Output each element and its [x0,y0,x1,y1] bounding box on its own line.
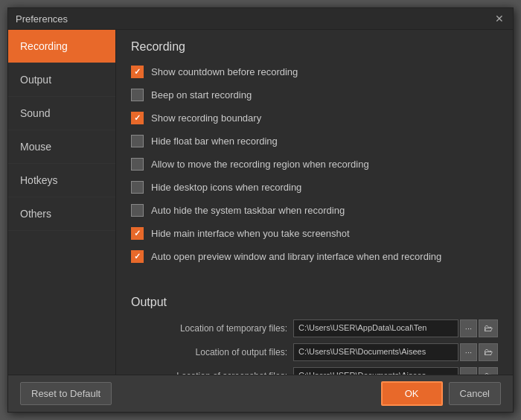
screenshot-folder-button[interactable]: 🗁 [479,367,498,375]
label-taskbar: Auto hide the system taskbar when record… [151,205,345,216]
temp-folder-button[interactable]: 🗁 [479,319,498,337]
checkbox-taskbar[interactable] [131,204,144,217]
file-row-temp: Location of temporary files: C:\Users\US… [131,319,498,337]
label-output-files: Location of output files: [131,347,287,357]
sidebar-item-sound[interactable]: Sound [8,97,115,130]
output-file-path[interactable]: C:\Users\USER\Documents\Aisees [293,343,458,361]
checkbox-desktopicons[interactable] [131,181,144,194]
option-boundary: Show recording boundary [131,110,498,126]
temp-file-input-group: C:\Users\USER\AppData\Local\Ten ··· 🗁 [293,319,498,337]
checkbox-boundary[interactable] [131,112,144,124]
sidebar-item-others[interactable]: Others [8,197,115,231]
output-dots-button[interactable]: ··· [460,343,477,361]
output-folder-button[interactable]: 🗁 [479,343,498,361]
option-floatbar: Hide float bar when recording [131,133,498,149]
label-floatbar: Hide float bar when recording [151,136,278,147]
dialog-body: Recording Output Sound Mouse Hotkeys Oth… [8,30,513,375]
dialog-footer: Reset to Default OK Cancel [8,375,513,412]
output-file-input-group: C:\Users\USER\Documents\Aisees ··· 🗁 [293,343,498,361]
title-bar: Preferences ✕ [8,8,513,30]
label-countdown: Show countdown before recording [151,66,298,77]
temp-file-path[interactable]: C:\Users\USER\AppData\Local\Ten [293,319,458,337]
label-preview: Auto open preview window and library int… [151,251,441,262]
preferences-dialog: Preferences ✕ Recording Output Sound Mou… [7,7,514,413]
label-beep: Beep on start recording [151,89,252,101]
option-mainiface: Hide main interface when you take screen… [131,226,498,241]
label-temp-files: Location of temporary files: [131,323,287,334]
footer-right: OK Cancel [381,381,501,406]
sidebar-item-mouse[interactable]: Mouse [8,130,115,164]
label-moveregion: Allow to move the recording region when … [151,159,369,170]
screenshot-dots-button[interactable]: ··· [460,367,477,375]
sidebar-item-hotkeys[interactable]: Hotkeys [8,164,115,197]
option-taskbar: Auto hide the system taskbar when record… [131,203,498,218]
option-moveregion: Allow to move the recording region when … [131,156,498,172]
recording-section: Recording Show countdown before recordin… [116,30,513,279]
checkbox-floatbar[interactable] [131,135,144,147]
output-section: Output Location of temporary files: C:\U… [116,288,513,375]
checkbox-moveregion[interactable] [131,158,144,171]
screenshot-file-path[interactable]: C:\Users\USER\Documents\Aisees [293,367,458,375]
checkbox-preview[interactable] [131,250,144,263]
file-row-screenshot: Location of screenshot files: C:\Users\U… [131,367,498,375]
checkbox-mainiface[interactable] [131,227,144,240]
label-boundary: Show recording boundary [151,112,261,124]
checkbox-countdown[interactable] [131,66,144,78]
label-desktopicons: Hide desktop icons when recording [151,182,301,193]
temp-dots-button[interactable]: ··· [460,319,477,337]
sidebar-item-recording[interactable]: Recording [8,30,115,63]
output-section-title: Output [131,296,498,309]
file-row-output: Location of output files: C:\Users\USER\… [131,343,498,361]
checkbox-beep[interactable] [131,89,144,101]
dialog-title: Preferences [16,13,68,25]
option-beep: Beep on start recording [131,87,498,103]
reset-button[interactable]: Reset to Default [20,382,112,405]
sidebar-item-output[interactable]: Output [8,63,115,97]
option-preview: Auto open preview window and library int… [131,249,498,264]
content-area: Recording Show countdown before recordin… [116,30,513,375]
ok-button[interactable]: OK [381,381,443,406]
label-mainiface: Hide main interface when you take screen… [151,228,350,239]
option-countdown: Show countdown before recording [131,64,498,80]
cancel-button[interactable]: Cancel [449,382,501,405]
recording-section-title: Recording [131,40,498,54]
close-button[interactable]: ✕ [493,13,505,25]
option-desktopicons: Hide desktop icons when recording [131,179,498,195]
screenshot-file-input-group: C:\Users\USER\Documents\Aisees ··· 🗁 [293,367,498,375]
sidebar: Recording Output Sound Mouse Hotkeys Oth… [8,30,116,375]
